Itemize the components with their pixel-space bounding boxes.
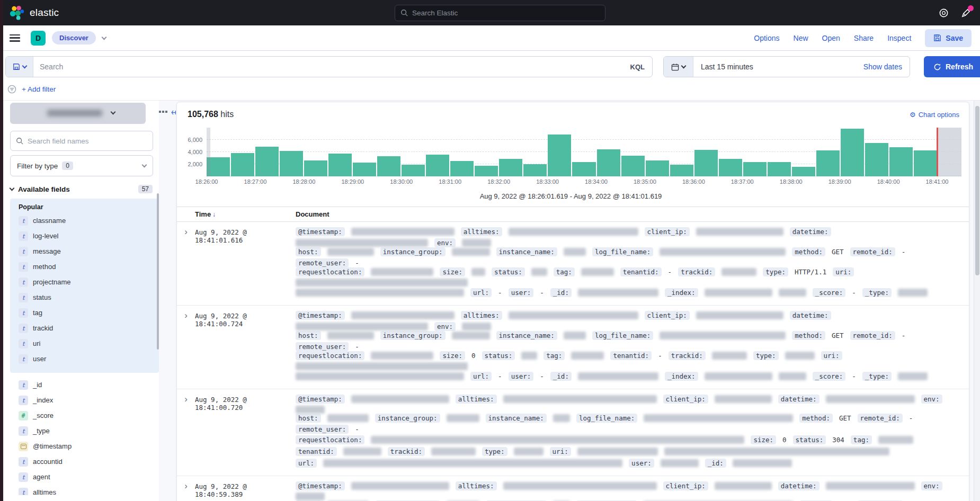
field-label-badge[interactable]: host: xyxy=(296,247,321,256)
field-label-badge[interactable]: remote_user: xyxy=(296,258,349,267)
histogram-bar[interactable] xyxy=(377,156,400,176)
field-label-badge[interactable]: method: xyxy=(799,414,833,423)
histogram-bar[interactable] xyxy=(646,160,669,176)
available-fields-header[interactable]: Available fields 57 xyxy=(10,185,159,193)
histogram-bar[interactable] xyxy=(255,147,279,176)
field-label-badge[interactable]: instance_name: xyxy=(496,331,557,340)
field-item-message[interactable]: tmessage xyxy=(14,244,159,259)
histogram-bar[interactable] xyxy=(914,150,937,176)
time-column-header[interactable]: Time↓ xyxy=(195,210,296,218)
histogram-bar[interactable] xyxy=(328,154,352,176)
field-label-badge[interactable]: instance_group: xyxy=(380,331,446,340)
field-label-badge[interactable]: tag: xyxy=(554,267,575,276)
field-label-badge[interactable]: client_ip: xyxy=(645,227,690,236)
field-label-badge[interactable]: host: xyxy=(296,414,321,423)
field-label-badge[interactable]: _index: xyxy=(665,372,698,381)
histogram-bar[interactable] xyxy=(865,143,888,176)
filter-by-type-dropdown[interactable]: Filter by type 0 xyxy=(10,155,153,176)
field-item-user[interactable]: tuser xyxy=(14,351,159,366)
field-label-badge[interactable]: @timestamp: xyxy=(296,311,345,320)
field-label-badge[interactable]: status: xyxy=(482,351,515,360)
field-label-badge[interactable]: user: xyxy=(509,372,534,381)
field-item-classname[interactable]: tclassname xyxy=(14,213,159,228)
field-label-badge[interactable]: _id: xyxy=(705,459,726,468)
field-label-badge[interactable]: remote_id: xyxy=(850,331,895,340)
field-label-badge[interactable]: trackid: xyxy=(669,351,706,360)
field-label-badge[interactable]: type: xyxy=(482,447,507,456)
field-label-badge[interactable]: log_file_name: xyxy=(592,247,653,256)
chart-options-button[interactable]: ⚙ Chart options xyxy=(910,111,959,119)
histogram-bar[interactable] xyxy=(694,150,718,177)
breadcrumb[interactable]: Discover xyxy=(52,31,96,44)
field-label-badge[interactable]: _id: xyxy=(550,288,572,297)
field-label-badge[interactable]: url: xyxy=(470,288,492,297)
histogram-bar[interactable] xyxy=(768,162,791,176)
field-label-badge[interactable]: trackid: xyxy=(678,267,715,276)
field-label-badge[interactable]: requestlocation: xyxy=(296,267,364,276)
field-label-badge[interactable]: @timestamp: xyxy=(296,481,345,490)
histogram-bar[interactable] xyxy=(548,135,571,176)
field-label-badge[interactable]: @timestamp: xyxy=(296,395,345,404)
global-search-input[interactable] xyxy=(412,9,600,17)
field-label-badge[interactable]: trackid: xyxy=(388,447,425,456)
space-badge[interactable]: D xyxy=(31,31,46,46)
chevron-down-icon[interactable] xyxy=(101,34,106,40)
field-label-badge[interactable]: datetime: xyxy=(790,227,831,236)
field-label-badge[interactable]: tenantid: xyxy=(296,447,337,456)
histogram-bar[interactable] xyxy=(475,166,498,176)
field-item-log-level[interactable]: tlog-level xyxy=(14,228,159,244)
expand-row-icon[interactable]: › xyxy=(177,395,195,469)
field-label-badge[interactable]: size: xyxy=(440,267,465,276)
field-item-uri[interactable]: turi xyxy=(14,336,159,351)
field-label-badge[interactable]: instance_name: xyxy=(496,247,557,256)
nav-link-share[interactable]: Share xyxy=(854,34,874,42)
nav-link-open[interactable]: Open xyxy=(822,34,840,42)
global-search[interactable] xyxy=(395,5,605,21)
field-label-badge[interactable]: url: xyxy=(296,459,317,468)
field-label-badge[interactable]: tenantid: xyxy=(620,267,662,276)
histogram-bar[interactable] xyxy=(280,151,303,176)
field-label-badge[interactable]: instance_name: xyxy=(486,414,547,423)
field-label-badge[interactable]: instance_group: xyxy=(375,414,440,423)
query-search-input[interactable] xyxy=(33,62,623,71)
field-item-accountid[interactable]: taccountid xyxy=(14,454,159,469)
histogram-bar[interactable] xyxy=(597,149,620,176)
field-label-badge[interactable]: _id: xyxy=(550,372,572,381)
field-label-badge[interactable]: size: xyxy=(440,351,465,360)
histogram-bar[interactable] xyxy=(426,155,449,176)
field-label-badge[interactable]: type: xyxy=(753,351,779,360)
collapse-sidebar-icon[interactable] xyxy=(171,109,177,117)
field-item-_index[interactable]: t_index xyxy=(14,392,159,408)
field-label-badge[interactable]: uri: xyxy=(833,267,854,276)
histogram-bar[interactable] xyxy=(402,165,425,176)
histogram-bar[interactable] xyxy=(523,164,547,176)
field-label-badge[interactable]: size: xyxy=(751,435,776,444)
guided-setup-icon[interactable] xyxy=(938,7,949,19)
field-item-@timestamp[interactable]: @timestamp xyxy=(14,439,159,454)
field-label-badge[interactable]: log_file_name: xyxy=(576,414,637,423)
expand-row-icon[interactable]: › xyxy=(177,227,195,298)
field-search[interactable] xyxy=(10,131,153,151)
field-label-badge[interactable]: instance_group: xyxy=(380,247,446,256)
field-label-badge[interactable]: tag: xyxy=(851,435,872,444)
field-label-badge[interactable]: client_ip: xyxy=(663,395,708,404)
field-label-badge[interactable]: datetime: xyxy=(778,395,819,404)
whats-new-icon[interactable] xyxy=(960,7,972,19)
sort-desc-icon[interactable]: ↓ xyxy=(212,211,216,218)
histogram-bar[interactable] xyxy=(499,159,522,176)
field-item-method[interactable]: tmethod xyxy=(14,259,159,274)
field-label-badge[interactable]: remote_id: xyxy=(858,414,903,423)
field-label-badge[interactable]: tag: xyxy=(544,351,565,360)
sidebar-scrollbar[interactable] xyxy=(157,193,159,350)
histogram-bar[interactable] xyxy=(231,153,254,176)
nav-link-inspect[interactable]: Inspect xyxy=(887,34,911,42)
kql-language-button[interactable]: KQL xyxy=(623,63,652,71)
field-item-agent[interactable]: tagent xyxy=(14,469,159,485)
histogram-bar[interactable] xyxy=(792,167,815,176)
field-label-badge[interactable]: _score: xyxy=(813,372,846,381)
scrollbar-thumb[interactable] xyxy=(975,106,979,275)
field-label-badge[interactable]: remote_user: xyxy=(296,342,349,351)
field-label-badge[interactable]: requestlocation: xyxy=(296,351,364,360)
histogram-bar[interactable] xyxy=(816,150,840,176)
field-label-badge[interactable]: user: xyxy=(509,288,534,297)
